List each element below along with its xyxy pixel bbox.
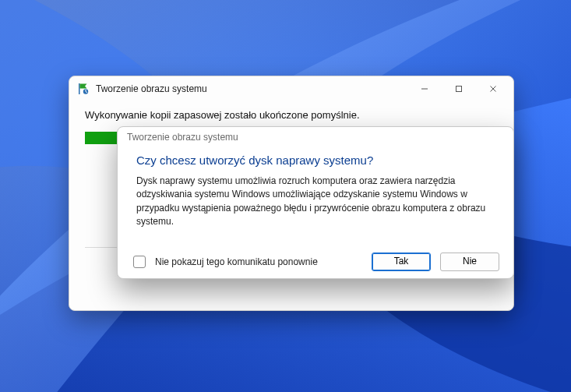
window-title: Tworzenie obrazu systemu: [96, 83, 407, 94]
window-controls: [407, 76, 510, 101]
desktop-wallpaper: Tworzenie obrazu systemu Wykonywanie kop…: [0, 0, 571, 392]
titlebar[interactable]: Tworzenie obrazu systemu: [69, 76, 513, 101]
dont-show-again-checkbox[interactable]: [133, 256, 146, 268]
dont-show-again-label: Nie pokazuj tego komunikatu ponownie: [155, 256, 362, 267]
dialog-text: Dysk naprawy systemu umożliwia rozruch k…: [136, 175, 495, 229]
svg-rect-3: [456, 87, 462, 92]
backup-flag-icon: [77, 83, 90, 95]
backup-status-text: Wykonywanie kopii zapasowej zostało ukoń…: [85, 109, 498, 121]
no-button[interactable]: Nie: [440, 253, 499, 271]
close-button[interactable]: [476, 76, 510, 101]
yes-button[interactable]: Tak: [372, 253, 431, 271]
svg-rect-1: [79, 83, 80, 94]
repair-disc-dialog: Tworzenie obrazu systemu Czy chcesz utwo…: [117, 126, 514, 279]
maximize-button[interactable]: [442, 76, 476, 101]
dialog-body: Czy chcesz utworzyć dysk naprawy systemu…: [118, 147, 513, 229]
dialog-footer: Nie pokazuj tego komunikatu ponownie Tak…: [118, 245, 513, 278]
dialog-title[interactable]: Tworzenie obrazu systemu: [118, 127, 513, 147]
minimize-button[interactable]: [407, 76, 442, 101]
dialog-heading: Czy chcesz utworzyć dysk naprawy systemu…: [136, 154, 495, 167]
